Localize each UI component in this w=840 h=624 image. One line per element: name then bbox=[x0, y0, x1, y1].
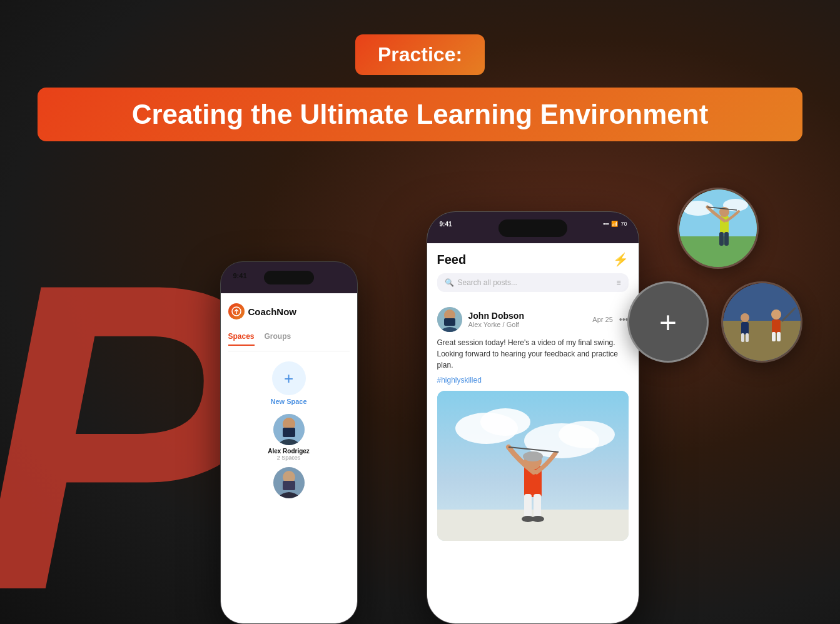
coachnow-logo: CoachNow bbox=[228, 301, 350, 322]
circle-baseball bbox=[721, 281, 802, 363]
wifi-icon: 📶 bbox=[611, 221, 618, 227]
svg-point-41 bbox=[741, 313, 749, 322]
app-name: CoachNow bbox=[248, 306, 297, 317]
phone-bg-time: 9:41 bbox=[233, 272, 247, 279]
post-image bbox=[437, 391, 629, 541]
plus-icon: + bbox=[659, 305, 677, 340]
svg-point-25 bbox=[532, 516, 544, 522]
header: Practice: Creating the Ultimate Learning… bbox=[0, 0, 840, 141]
feed-title: Feed bbox=[437, 253, 467, 267]
svg-rect-5 bbox=[283, 428, 295, 437]
svg-rect-36 bbox=[724, 232, 729, 246]
phone-fg-status-icons: ▪▪▪ 📶 70 bbox=[603, 221, 627, 227]
phone-fg-time: 9:41 bbox=[440, 221, 452, 228]
svg-rect-11 bbox=[444, 318, 455, 326]
athlete-item-2[interactable] bbox=[228, 467, 350, 501]
tabs-row: Spaces Groups bbox=[228, 332, 350, 351]
search-bar[interactable]: 🔍 Search all posts... ≡ bbox=[437, 273, 629, 292]
svg-rect-46 bbox=[772, 320, 781, 333]
svg-rect-40 bbox=[723, 321, 802, 363]
svg-rect-22 bbox=[524, 494, 532, 519]
phone-foreground: 9:41 ▪▪▪ 📶 70 Feed ⚡ 🔍 Search all posts.… bbox=[427, 211, 639, 624]
post-date: Apr 25 bbox=[592, 316, 612, 323]
svg-point-14 bbox=[480, 408, 530, 436]
subtitle-banner: Creating the Ultimate Learning Environme… bbox=[38, 88, 802, 141]
post-card: John Dobson Alex Yorke / Golf Apr 25 •••… bbox=[427, 299, 639, 548]
svg-rect-28 bbox=[679, 233, 759, 269]
filter-icon[interactable]: ≡ bbox=[616, 278, 620, 287]
feed-header: Feed ⚡ bbox=[427, 243, 639, 273]
svg-rect-35 bbox=[719, 232, 724, 246]
search-inner: 🔍 Search all posts... bbox=[445, 278, 517, 287]
practice-badge: Practice: bbox=[355, 34, 485, 75]
svg-point-20 bbox=[523, 451, 543, 461]
post-author: John Dobson bbox=[468, 311, 587, 321]
svg-rect-48 bbox=[777, 332, 781, 341]
phone-bg-content: CoachNow Spaces Groups + New Space bbox=[221, 293, 357, 623]
athlete-avatar-2 bbox=[273, 467, 305, 498]
svg-rect-42 bbox=[741, 322, 749, 335]
post-header: John Dobson Alex Yorke / Golf Apr 25 ••• bbox=[437, 307, 629, 332]
post-avatar bbox=[437, 307, 462, 332]
post-meta: John Dobson Alex Yorke / Golf bbox=[468, 311, 587, 328]
floating-circles: + bbox=[627, 188, 802, 375]
athlete-item[interactable]: Alex Rodrigez 2 Spaces bbox=[228, 414, 350, 461]
phone-fg-notch bbox=[498, 219, 567, 237]
svg-rect-8 bbox=[283, 481, 295, 490]
post-subtitle: Alex Yorke / Golf bbox=[468, 321, 587, 328]
phone-fg-content: Feed ⚡ 🔍 Search all posts... ≡ bbox=[427, 243, 639, 623]
post-hashtag: #highlyskilled bbox=[437, 376, 629, 385]
battery-icon: 70 bbox=[620, 221, 627, 227]
athlete-name-1: Alex Rodrigez bbox=[268, 448, 310, 455]
post-text: Great session today! Here's a video of m… bbox=[437, 337, 629, 371]
signal-icon: ▪▪▪ bbox=[603, 221, 609, 227]
new-space-circle: + bbox=[272, 361, 306, 395]
circle-golf-green bbox=[677, 188, 759, 269]
svg-rect-17 bbox=[437, 510, 629, 541]
svg-rect-43 bbox=[741, 333, 744, 342]
add-circle[interactable]: + bbox=[627, 281, 709, 363]
search-icon: 🔍 bbox=[445, 278, 454, 287]
tab-groups[interactable]: Groups bbox=[265, 332, 291, 346]
bottom-circles: + bbox=[627, 281, 802, 375]
svg-point-45 bbox=[771, 309, 781, 320]
search-placeholder: Search all posts... bbox=[458, 278, 517, 287]
svg-rect-23 bbox=[534, 494, 541, 519]
new-space-button[interactable]: + New Space bbox=[228, 361, 350, 405]
lightning-icon[interactable]: ⚡ bbox=[613, 252, 629, 267]
svg-point-16 bbox=[559, 421, 615, 448]
phone-background: 9:41 CoachNow Spaces Groups bbox=[220, 261, 358, 624]
coachnow-icon bbox=[228, 303, 245, 320]
athlete-spaces-1: 2 Spaces bbox=[277, 455, 301, 461]
svg-rect-47 bbox=[772, 332, 776, 341]
svg-rect-44 bbox=[746, 333, 749, 342]
tab-spaces[interactable]: Spaces bbox=[228, 332, 255, 346]
phone-bg-notch bbox=[264, 271, 314, 284]
new-space-label: New Space bbox=[270, 398, 306, 405]
phones-area: 9:41 CoachNow Spaces Groups bbox=[201, 186, 639, 624]
athlete-avatar-1 bbox=[273, 414, 305, 445]
